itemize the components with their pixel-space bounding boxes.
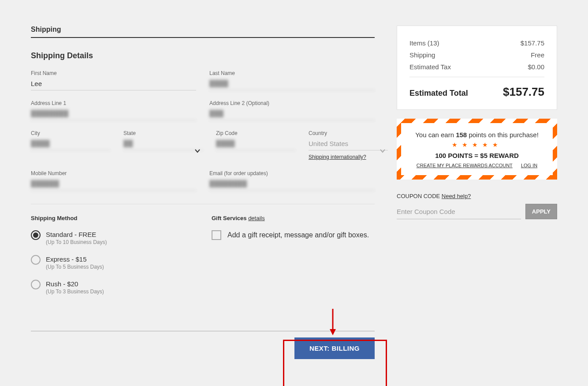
shipping-option-sub: (Up To 5 Business Days): [46, 264, 104, 270]
shipping-option-rush[interactable]: Rush - $20 (Up To 3 Business Days): [31, 280, 194, 295]
next-billing-button[interactable]: NEXT: BILLING: [294, 337, 375, 359]
addr2-label: Address Line 2 (Optional): [209, 100, 375, 106]
shipping-option-label: Standard - FREE: [46, 231, 107, 238]
shipping-method-heading: Shipping Method: [31, 215, 194, 221]
apply-coupon-button[interactable]: APPLY: [525, 204, 557, 219]
shipping-option-label: Rush - $20: [46, 280, 104, 288]
zip-label: Zip Code: [216, 130, 295, 136]
zip-input[interactable]: [216, 138, 295, 150]
radio-checked-icon: [31, 230, 41, 240]
shipping-option-sub: (Up To 10 Business Days): [46, 239, 107, 245]
order-summary-card: Items (13) $157.75 Shipping Free Estimat…: [397, 26, 557, 110]
estimated-total-value: $157.75: [503, 85, 544, 99]
shipping-option-sub: (Up To 3 Business Days): [46, 289, 104, 295]
state-select[interactable]: [123, 138, 203, 150]
email-label: Email (for order updates): [209, 170, 375, 176]
coupon-code-label: COUPON CODE Need help?: [397, 193, 557, 199]
summary-items-value: $157.75: [521, 39, 544, 47]
shipping-option-label: Express - $15: [46, 255, 104, 263]
rewards-conversion-text: 100 POINTS = $5 REWARD: [410, 152, 544, 159]
gift-receipt-checkbox[interactable]: Add a gift receipt, message and/or gift …: [212, 230, 375, 240]
summary-tax-label: Estimated Tax: [409, 63, 451, 71]
shipping-details-heading: Shipping Details: [31, 51, 375, 60]
summary-items-label: Items (13): [409, 39, 439, 47]
first-name-label: First Name: [31, 70, 196, 76]
city-label: City: [31, 130, 110, 136]
radio-unchecked-icon: [31, 280, 41, 289]
last-name-label: Last Name: [209, 70, 375, 76]
gift-services-heading: Gift Services details: [212, 215, 375, 221]
rewards-card: You can earn 158 points on this purchase…: [397, 119, 557, 180]
email-input[interactable]: [209, 178, 375, 191]
summary-shipping-label: Shipping: [409, 51, 435, 59]
summary-shipping-value: Free: [531, 51, 544, 59]
estimated-total-label: Estimated Total: [409, 89, 468, 98]
last-name-input[interactable]: [209, 78, 375, 90]
city-input[interactable]: [31, 138, 110, 150]
section-title-shipping: Shipping: [31, 26, 375, 38]
radio-unchecked-icon: [31, 255, 41, 265]
shipping-internationally-link[interactable]: Shipping internationally?: [309, 154, 366, 160]
stars-icon: ★★★★★: [410, 141, 544, 148]
divider: [31, 331, 375, 331]
gift-checkbox-label: Add a gift receipt, message and/or gift …: [227, 231, 369, 239]
login-link[interactable]: LOG IN: [521, 163, 537, 168]
checkbox-unchecked-icon: [212, 230, 221, 240]
summary-tax-value: $0.00: [528, 63, 544, 71]
mobile-label: Mobile Number: [31, 170, 196, 176]
shipping-option-standard[interactable]: Standard - FREE (Up To 10 Business Days): [31, 230, 194, 245]
shipping-option-express[interactable]: Express - $15 (Up To 5 Business Days): [31, 255, 194, 270]
rewards-earn-text: You can earn 158 points on this purchase…: [410, 131, 544, 139]
divider: [409, 77, 544, 77]
state-label: State: [123, 130, 203, 136]
addr1-input[interactable]: [31, 108, 196, 120]
coupon-help-link[interactable]: Need help?: [442, 193, 471, 199]
country-select[interactable]: United States: [309, 138, 388, 150]
coupon-code-input[interactable]: [397, 206, 521, 219]
gift-details-link[interactable]: details: [248, 215, 265, 221]
first-name-input[interactable]: [31, 78, 196, 90]
create-rewards-account-link[interactable]: CREATE MY PLACE REWARDS ACCOUNT: [417, 163, 513, 168]
mobile-input[interactable]: [31, 178, 196, 191]
addr1-label: Address Line 1: [31, 100, 196, 106]
addr2-input[interactable]: [209, 108, 375, 120]
divider: [31, 204, 375, 204]
country-label: Country: [309, 130, 388, 136]
